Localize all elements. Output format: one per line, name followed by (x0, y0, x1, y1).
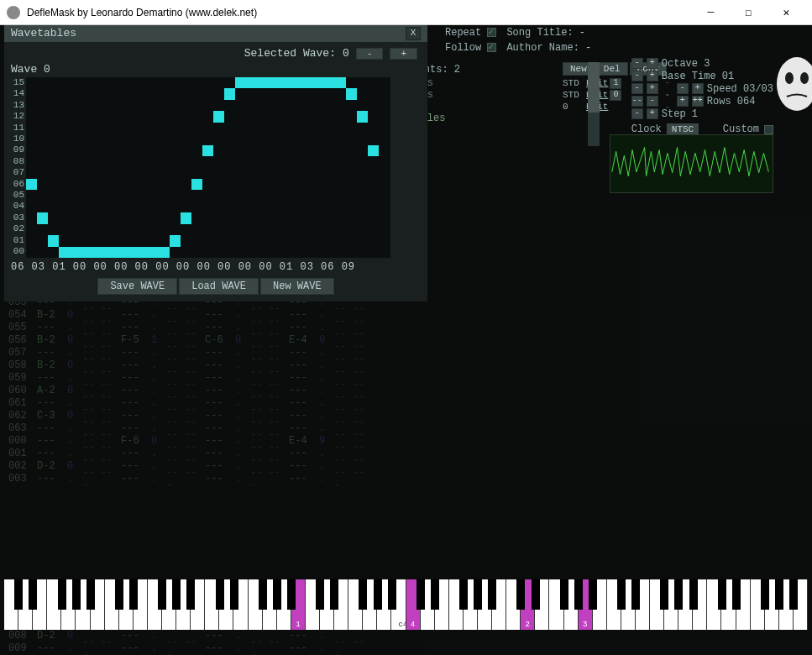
maximize-button[interactable]: ☐ (730, 1, 767, 24)
octave-minus[interactable]: - (631, 58, 643, 69)
app-icon (7, 6, 20, 19)
follow-checkbox[interactable] (487, 43, 496, 52)
custom-checkbox[interactable] (764, 125, 773, 134)
wavetables-popup: Wavetables X Selected Wave: 0 - + Wave 0… (4, 25, 427, 301)
basetime-plus[interactable]: + (647, 71, 658, 81)
step-plus[interactable]: + (647, 108, 658, 119)
piano-key-black[interactable] (172, 579, 181, 610)
wave-next-button[interactable]: + (390, 48, 417, 60)
piano-key-black[interactable] (388, 579, 396, 610)
piano-key-black[interactable] (775, 579, 783, 610)
svg-point-1 (785, 72, 794, 84)
piano-key-black[interactable] (416, 579, 425, 610)
song-params: -+Octave 3 -+Base Time 01 -+---+Speed 03… (631, 57, 773, 135)
instruments-count: 2 (454, 64, 460, 76)
popup-title: Wavetables (11, 27, 406, 40)
piano-key-black[interactable] (589, 579, 597, 610)
speed-b-plus[interactable]: + (692, 83, 704, 94)
piano-key-black[interactable] (516, 579, 525, 610)
piano-key-black[interactable] (14, 579, 23, 610)
piano-key-black[interactable] (660, 579, 668, 610)
piano-key-black[interactable] (359, 579, 367, 610)
octave-plus[interactable]: + (647, 58, 658, 69)
piano-key-black[interactable] (674, 579, 683, 610)
piano-key-black[interactable] (459, 579, 468, 610)
piano-key-black[interactable] (574, 579, 583, 610)
save-wave-button[interactable]: Save WAVE (97, 278, 177, 295)
svg-point-0 (777, 57, 812, 111)
minimize-button[interactable]: — (692, 1, 730, 24)
song-title-value[interactable]: - (579, 27, 585, 39)
piano-key-black[interactable] (186, 579, 195, 610)
piano-key-black[interactable] (29, 579, 37, 610)
follow-label: Follow (445, 42, 481, 54)
wave-name-label: Wave 0 (8, 61, 424, 77)
speed-a-minus[interactable]: - (631, 83, 643, 94)
clock-label: Clock (631, 123, 662, 135)
piano-key-black[interactable] (58, 579, 66, 610)
piano-key-black[interactable] (617, 579, 626, 610)
piano-key-black[interactable] (689, 579, 698, 610)
popup-close-button[interactable]: X (406, 27, 421, 40)
piano-key-black[interactable] (287, 579, 296, 610)
piano-key-black[interactable] (789, 579, 798, 610)
inst-del-button[interactable]: Del (596, 62, 628, 76)
piano-key-black[interactable] (316, 579, 324, 610)
piano-key-black[interactable] (374, 579, 382, 610)
repeat-label: Repeat (445, 27, 481, 39)
piano-key-black[interactable] (115, 579, 123, 610)
repeat-checkbox[interactable] (487, 28, 496, 37)
speed-b-minus[interactable]: - (677, 83, 689, 94)
rows-mm[interactable]: -- (631, 96, 643, 107)
window-title: DefleMask by Leonardo Demartino (www.del… (27, 7, 692, 18)
piano-key-black[interactable] (129, 579, 138, 610)
basetime-minus[interactable]: - (631, 71, 643, 81)
window-titlebar: DefleMask by Leonardo Demartino (www.del… (0, 0, 812, 25)
step-minus[interactable]: - (631, 108, 643, 119)
song-title-label: Song Title: (506, 27, 573, 39)
piano-key-black[interactable] (72, 579, 81, 610)
oscilloscope (610, 134, 773, 193)
wave-canvas[interactable] (26, 77, 390, 258)
piano-key-black[interactable] (230, 579, 238, 610)
svg-point-2 (800, 72, 809, 84)
speed-label: Speed 03/03 (707, 83, 773, 95)
piano-key-black[interactable] (330, 579, 338, 610)
piano-key-black[interactable] (86, 579, 95, 610)
pattern-rows-bottom: 008D-20-- ------.-- ------.-- ------.-- … (8, 630, 368, 655)
piano-keyboard[interactable]: 1c4423 (4, 579, 808, 630)
rows-pp[interactable]: ++ (692, 96, 704, 107)
wave-hex-values[interactable]: 06 03 01 00 00 00 00 00 00 00 00 00 00 0… (8, 258, 424, 276)
piano-key-black[interactable] (431, 579, 439, 610)
custom-label: Custom (723, 123, 759, 135)
new-wave-button[interactable]: New WAVE (260, 278, 334, 295)
piano-key-black[interactable] (560, 579, 568, 610)
deflemask-logo-icon (774, 55, 812, 113)
rows-p[interactable]: + (677, 96, 689, 107)
piano-key-black[interactable] (718, 579, 726, 610)
close-button[interactable]: ✕ (767, 1, 805, 24)
piano-key-black[interactable] (631, 579, 640, 610)
rows-m[interactable]: - (647, 96, 658, 107)
instrument-scrollbar[interactable] (588, 62, 600, 146)
load-wave-button[interactable]: Load WAVE (179, 278, 259, 295)
wave-prev-button[interactable]: - (356, 48, 384, 60)
selected-wave-value: 0 (343, 47, 349, 60)
piano-key-black[interactable] (216, 579, 224, 610)
speed-a-plus[interactable]: + (647, 83, 658, 94)
selected-wave-label: Selected Wave: (244, 47, 336, 60)
author-value[interactable]: - (585, 42, 591, 54)
step-label: Step 1 (662, 108, 698, 120)
piano-key-black[interactable] (488, 579, 496, 610)
piano-key-black[interactable] (474, 579, 482, 610)
piano-key-black[interactable] (158, 579, 166, 610)
clock-ntsc-button[interactable]: NTSC (667, 123, 699, 135)
rows-label: Rows 064 (707, 96, 756, 107)
piano-key-black[interactable] (532, 579, 540, 610)
wave-editor[interactable]: 15141312111009080706050403020100 (8, 77, 424, 258)
piano-key-black[interactable] (761, 579, 769, 610)
piano-key-black[interactable] (273, 579, 281, 610)
piano-key-black[interactable] (259, 579, 267, 610)
piano-key-black[interactable] (732, 579, 741, 610)
author-label: Author Name: (506, 42, 579, 54)
